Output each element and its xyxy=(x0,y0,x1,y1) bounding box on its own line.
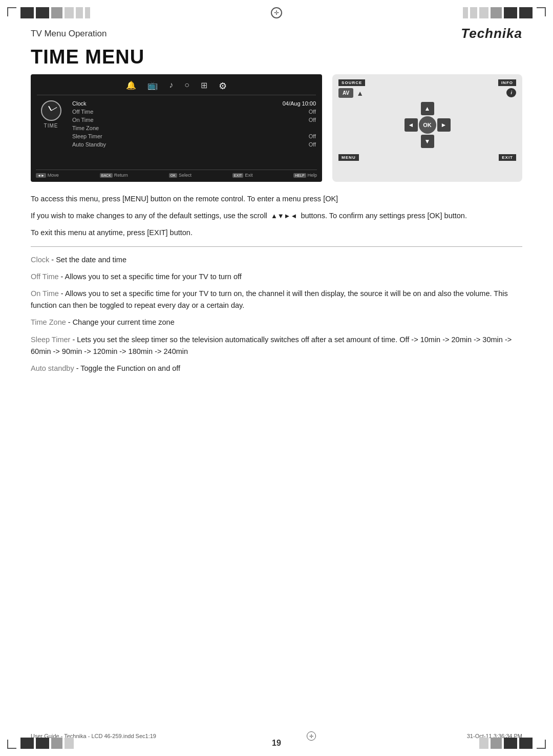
body-paragraph-3: To exit this menu at anytime, press [EXI… xyxy=(31,227,522,239)
tv-menu-row-4: Sleep TimerOff xyxy=(72,133,316,139)
brand-name: Technika xyxy=(461,26,522,41)
header: TV Menu Operation Technika xyxy=(31,26,522,41)
top-center-circle: ✛ xyxy=(271,7,282,18)
desc-def-2: - Allows you to set a specific time for … xyxy=(31,289,508,309)
body-paragraph-2: If you wish to make changes to any of th… xyxy=(31,210,522,222)
tv-left-panel: TIME xyxy=(37,100,65,150)
corner-mark-tl xyxy=(7,7,16,16)
remote-av-btn[interactable]: AV xyxy=(338,88,353,98)
bottom-decoration: 19 xyxy=(20,738,533,749)
desc-def-1: - Allows you to set a specific time for … xyxy=(59,272,242,281)
desc-term-2: On Time xyxy=(31,289,59,298)
tv-icon-gear: ⚙ xyxy=(219,80,227,92)
clock-label: TIME xyxy=(44,123,58,129)
desc-term-3: Time Zone xyxy=(31,318,66,326)
tv-body: TIME Clock04/Aug 10:00Off TimeOffOn Time… xyxy=(37,100,316,150)
tv-menu-item-1: Off Time xyxy=(72,109,93,115)
content-area: 🔔 📺 ♪ ○ ⊞ ⚙ TIME Clock04/Aug 10:00Off Ti xyxy=(31,74,522,380)
tv-menu-row-1: Off TimeOff xyxy=(72,109,316,115)
illustration-row: 🔔 📺 ♪ ○ ⊞ ⚙ TIME Clock04/Aug 10:00Off Ti xyxy=(31,74,522,182)
clock-icon xyxy=(41,100,61,121)
tv-footer-item-0: ◄►Move xyxy=(36,173,59,178)
tv-menu-item-0: Clock xyxy=(72,100,87,107)
tv-footer-item-3: EXITExit xyxy=(232,173,253,178)
dpad-row-bot: ▼ xyxy=(407,135,449,148)
tv-menu-val-5: Off xyxy=(309,141,316,148)
tv-footer-item-4: HELPHelp xyxy=(293,173,317,178)
descriptions-list: Clock - Set the date and timeOff Time - … xyxy=(31,254,522,375)
dpad-ok[interactable]: OK xyxy=(419,116,436,134)
tv-menu-row-2: On TimeOff xyxy=(72,117,316,123)
page-number: 19 xyxy=(272,739,281,748)
tv-menu-list: Clock04/Aug 10:00Off TimeOffOn TimeOffTi… xyxy=(72,100,316,150)
tv-footer-item-2: OKSelect xyxy=(169,173,192,178)
desc-item-5: Auto standby - Toggle the Function on an… xyxy=(31,363,522,374)
remote-panel: SOURCE AV ▲ INFO i ▲ xyxy=(332,74,522,182)
para2-post: buttons. To confirm any settings press [… xyxy=(301,212,467,220)
desc-def-5: - Toggle the Function on and off xyxy=(74,364,180,372)
body-paragraph-1: To access this menu, press [MENU] button… xyxy=(31,193,522,205)
section-title: TV Menu Operation xyxy=(31,29,107,39)
dpad-right[interactable]: ► xyxy=(437,118,451,132)
dpad-down[interactable]: ▼ xyxy=(421,135,434,148)
para3-text: To exit this menu at anytime, press [EXI… xyxy=(31,228,193,237)
tv-menu-val-0: 04/Aug 10:00 xyxy=(283,100,316,107)
tv-menu-val-2: Off xyxy=(309,117,316,123)
tv-icon-music: ♪ xyxy=(169,80,173,92)
remote-source-label: SOURCE AV ▲ xyxy=(338,79,365,98)
tv-footer: ◄►MoveBACKReturnOKSelectEXITExitHELPHelp xyxy=(36,170,317,178)
desc-term-1: Off Time xyxy=(31,272,59,281)
tv-screen-illustration: 🔔 📺 ♪ ○ ⊞ ⚙ TIME Clock04/Aug 10:00Off Ti xyxy=(31,74,322,182)
tv-menu-item-5: Auto Standby xyxy=(72,141,106,148)
remote-exit-label[interactable]: EXIT xyxy=(499,154,516,161)
tv-menu-item-4: Sleep Timer xyxy=(72,133,102,139)
remote-info-label: INFO i xyxy=(498,79,516,97)
corner-mark-bl xyxy=(7,740,16,749)
tv-menu-icons: 🔔 📺 ♪ ○ ⊞ ⚙ xyxy=(37,80,316,95)
dpad-row-top: ▲ xyxy=(407,102,449,115)
remote-top-row: SOURCE AV ▲ INFO i xyxy=(338,79,516,98)
desc-item-2: On Time - Allows you to set a specific t… xyxy=(31,288,522,311)
tv-icon-display: 📺 xyxy=(147,80,158,92)
dpad-up[interactable]: ▲ xyxy=(421,102,434,115)
remote-menu-label[interactable]: MENU xyxy=(338,154,359,161)
tv-menu-val-4: Off xyxy=(309,133,316,139)
tv-icon-bell: 🔔 xyxy=(126,80,136,92)
dpad-area: ▲ ◄ OK ► ▼ xyxy=(338,102,516,148)
tv-menu-row-0: Clock04/Aug 10:00 xyxy=(72,100,316,107)
page-title: TIME MENU xyxy=(31,46,144,68)
top-decoration: ✛ xyxy=(20,7,533,18)
remote-up-arrow: ▲ xyxy=(356,89,364,97)
tv-footer-item-1: BACKReturn xyxy=(100,173,128,178)
desc-item-1: Off Time - Allows you to set a specific … xyxy=(31,271,522,283)
para2-pre: If you wish to make changes to any of th… xyxy=(31,212,267,220)
desc-term-5: Auto standby xyxy=(31,364,74,372)
tv-menu-row-3: Time Zone xyxy=(72,125,316,131)
tv-menu-item-3: Time Zone xyxy=(72,125,99,131)
tv-icon-grid: ⊞ xyxy=(201,80,207,92)
remote-bottom-row: MENU EXIT xyxy=(338,154,516,161)
divider xyxy=(31,246,522,247)
corner-mark-tr xyxy=(537,7,546,16)
scroll-arrows: ▲▼►◄ xyxy=(271,211,297,222)
desc-item-0: Clock - Set the date and time xyxy=(31,254,522,266)
desc-def-0: - Set the date and time xyxy=(49,256,126,264)
dpad-row-mid: ◄ OK ► xyxy=(405,116,451,134)
remote-info-btn[interactable]: i xyxy=(506,88,516,97)
desc-item-4: Sleep Timer - Lets you set the sleep tim… xyxy=(31,334,522,358)
tv-menu-row-5: Auto StandbyOff xyxy=(72,141,316,148)
desc-def-3: - Change your current time zone xyxy=(66,318,175,326)
desc-term-0: Clock xyxy=(31,256,49,264)
dpad-left[interactable]: ◄ xyxy=(405,118,418,132)
desc-term-4: Sleep Timer xyxy=(31,335,70,344)
tv-menu-item-2: On Time xyxy=(72,117,94,123)
tv-menu-val-1: Off xyxy=(309,109,316,115)
para1-text: To access this menu, press [MENU] button… xyxy=(31,195,338,203)
desc-def-4: - Lets you set the sleep timer so the te… xyxy=(31,335,512,355)
tv-icon-circle: ○ xyxy=(184,80,189,92)
corner-mark-br xyxy=(537,740,546,749)
desc-item-3: Time Zone - Change your current time zon… xyxy=(31,317,522,328)
